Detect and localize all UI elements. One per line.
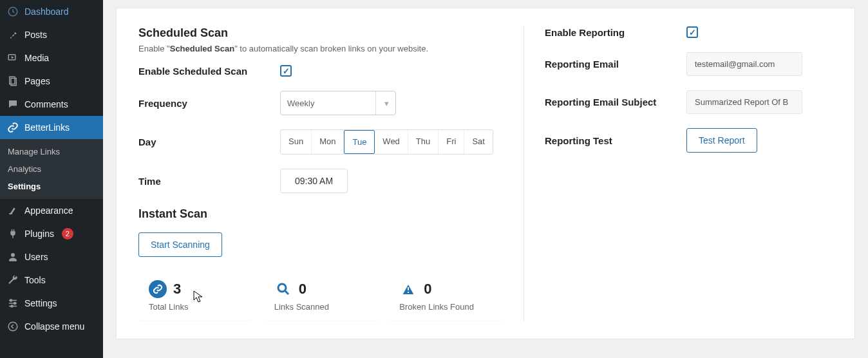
row-enable-reporting: Enable Reporting bbox=[545, 26, 833, 38]
day-thu[interactable]: Thu bbox=[408, 130, 439, 154]
svg-point-6 bbox=[14, 303, 16, 305]
stat-value: 0 bbox=[424, 281, 431, 297]
sidebar-label: Dashboard bbox=[24, 6, 69, 17]
day-wed[interactable]: Wed bbox=[375, 130, 408, 154]
stat-links-scanned: 0 Links Scanned bbox=[264, 271, 378, 321]
plugins-badge: 2 bbox=[62, 228, 73, 240]
sidebar-label: Appearance bbox=[24, 205, 73, 216]
wrench-icon bbox=[6, 274, 19, 287]
instant-scan-heading: Instant Scan bbox=[138, 207, 503, 221]
stat-broken-links: 0 Broken Links Found bbox=[389, 271, 503, 321]
sidebar-label: Comments bbox=[24, 99, 68, 109]
sidebar-label: Users bbox=[24, 252, 48, 262]
subitem-settings[interactable]: Settings bbox=[0, 178, 103, 195]
enable-reporting-label: Enable Reporting bbox=[545, 27, 686, 38]
time-label: Time bbox=[138, 176, 280, 187]
svg-point-7 bbox=[11, 305, 13, 307]
sidebar-item-media[interactable]: Media bbox=[0, 46, 103, 70]
comments-icon bbox=[6, 98, 19, 111]
day-label: Day bbox=[138, 137, 280, 147]
start-scanning-button[interactable]: Start Scanning bbox=[138, 232, 222, 257]
sidebar-item-pages[interactable]: Pages bbox=[0, 70, 103, 93]
link-icon bbox=[6, 121, 19, 134]
sidebar-item-posts[interactable]: Posts bbox=[0, 23, 103, 46]
sidebar-item-users[interactable]: Users bbox=[0, 245, 103, 268]
frequency-select[interactable]: Weekly ▾ bbox=[280, 91, 396, 115]
stat-total-links: 3 Total Links bbox=[138, 271, 252, 321]
day-sun[interactable]: Sun bbox=[281, 130, 312, 154]
row-time: Time 09:30 AM bbox=[138, 169, 503, 193]
row-day: Day Sun Mon Tue Wed Thu Fri Sat bbox=[138, 129, 503, 155]
sidebar-item-plugins[interactable]: Plugins 2 bbox=[0, 222, 103, 245]
enable-scheduled-scan-checkbox[interactable] bbox=[280, 65, 292, 77]
sidebar-item-collapse[interactable]: Collapse menu bbox=[0, 315, 103, 338]
sidebar-label: Pages bbox=[24, 76, 50, 86]
sidebar-item-tools[interactable]: Tools bbox=[0, 268, 103, 292]
row-reporting-email: Reporting Email bbox=[545, 52, 833, 76]
content-area: Scheduled Scan Enable "Scheduled Scan" t… bbox=[103, 0, 868, 358]
stat-value: 0 bbox=[299, 281, 307, 297]
stats-row: 3 Total Links 0 Links Scanned 0 bbox=[138, 271, 503, 321]
search-icon bbox=[274, 280, 292, 298]
row-reporting-subject: Reporting Email Subject bbox=[545, 90, 833, 114]
day-fri[interactable]: Fri bbox=[439, 130, 464, 154]
sidebar-label: Posts bbox=[24, 30, 47, 40]
reporting-subject-label: Reporting Email Subject bbox=[545, 97, 686, 108]
link-icon bbox=[149, 280, 167, 298]
sidebar-label: Tools bbox=[24, 275, 46, 285]
sidebar-label: Media bbox=[24, 53, 49, 63]
svg-point-8 bbox=[8, 322, 17, 331]
svg-point-5 bbox=[10, 299, 12, 301]
warning-icon bbox=[399, 280, 417, 298]
sliders-icon bbox=[6, 297, 19, 310]
stat-value: 3 bbox=[173, 281, 181, 297]
enable-reporting-checkbox[interactable] bbox=[686, 26, 698, 38]
settings-panel: Scheduled Scan Enable "Scheduled Scan" t… bbox=[116, 8, 855, 339]
sidebar-item-dashboard[interactable]: Dashboard bbox=[0, 0, 103, 23]
frequency-value: Weekly bbox=[287, 99, 314, 108]
reporting-test-label: Reporting Test bbox=[545, 135, 686, 146]
sidebar-label: Plugins bbox=[24, 229, 54, 239]
collapse-icon bbox=[6, 320, 19, 333]
stat-label: Links Scanned bbox=[274, 302, 368, 312]
subitem-analytics[interactable]: Analytics bbox=[0, 160, 103, 178]
sidebar-label: Settings bbox=[24, 298, 57, 308]
plug-icon bbox=[6, 227, 19, 240]
reporting-subject-input[interactable] bbox=[686, 90, 802, 114]
pin-icon bbox=[6, 28, 19, 41]
time-input[interactable]: 09:30 AM bbox=[280, 169, 348, 193]
day-tue[interactable]: Tue bbox=[344, 130, 375, 154]
sidebar-item-appearance[interactable]: Appearance bbox=[0, 199, 103, 222]
left-column: Scheduled Scan Enable "Scheduled Scan" t… bbox=[138, 26, 524, 321]
sidebar-item-betterlinks[interactable]: BetterLinks bbox=[0, 116, 103, 139]
brush-icon bbox=[6, 204, 19, 217]
admin-sidebar: Dashboard Posts Media Pages Comments Bet… bbox=[0, 0, 103, 358]
day-sat[interactable]: Sat bbox=[464, 130, 493, 154]
day-mon[interactable]: Mon bbox=[312, 130, 344, 154]
stat-label: Total Links bbox=[149, 302, 242, 312]
day-selector: Sun Mon Tue Wed Thu Fri Sat bbox=[280, 129, 493, 155]
reporting-email-label: Reporting Email bbox=[545, 59, 686, 70]
stat-label: Broken Links Found bbox=[399, 302, 493, 312]
subitem-manage-links[interactable]: Manage Links bbox=[0, 143, 103, 160]
right-column: Enable Reporting Reporting Email Reporti… bbox=[524, 26, 833, 321]
sidebar-item-settings[interactable]: Settings bbox=[0, 292, 103, 315]
test-report-button[interactable]: Test Report bbox=[686, 128, 757, 153]
frequency-label: Frequency bbox=[138, 98, 280, 109]
svg-point-4 bbox=[11, 253, 15, 257]
row-frequency: Frequency Weekly ▾ bbox=[138, 91, 503, 115]
reporting-email-input[interactable] bbox=[686, 52, 802, 76]
row-enable-scheduled-scan: Enable Scheduled Scan bbox=[138, 65, 503, 77]
scheduled-scan-heading: Scheduled Scan bbox=[138, 26, 503, 40]
pages-icon bbox=[6, 75, 19, 88]
sidebar-label: Collapse menu bbox=[24, 321, 84, 332]
user-icon bbox=[6, 250, 19, 263]
row-reporting-test: Reporting Test Test Report bbox=[545, 128, 833, 153]
sidebar-item-comments[interactable]: Comments bbox=[0, 93, 103, 116]
chevron-down-icon: ▾ bbox=[384, 99, 389, 108]
dashboard-icon bbox=[6, 5, 19, 18]
sidebar-label: BetterLinks bbox=[24, 122, 70, 133]
enable-scheduled-scan-label: Enable Scheduled Scan bbox=[138, 66, 280, 77]
scheduled-scan-description: Enable "Scheduled Scan" to automatically… bbox=[138, 44, 503, 53]
sidebar-submenu: Manage Links Analytics Settings bbox=[0, 139, 103, 199]
